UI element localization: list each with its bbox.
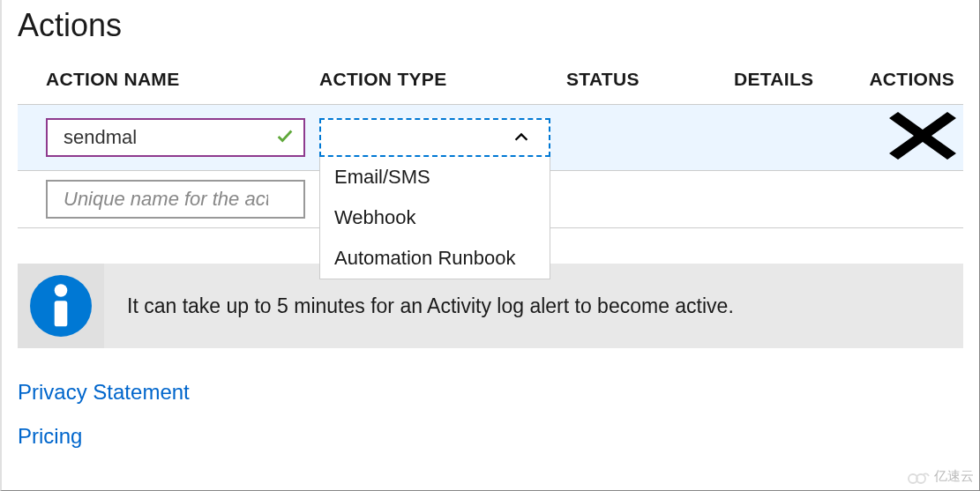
column-header-status: STATUS (566, 69, 734, 90)
action-type-dropdown: Email/SMS Webhook Automation Runbook (319, 157, 550, 279)
page-title: Actions (18, 7, 963, 44)
action-type-wrap: Email/SMS Webhook Automation Runbook (319, 118, 550, 157)
info-icon (30, 275, 92, 337)
pricing-link[interactable]: Pricing (18, 424, 963, 449)
dropdown-option-webhook[interactable]: Webhook (320, 197, 550, 238)
svg-point-1 (55, 284, 68, 297)
table-row: Email/SMS Webhook Automation Runbook (18, 105, 963, 171)
new-action-name-input[interactable] (46, 180, 305, 219)
table-header: ACTION NAME ACTION TYPE STATUS DETAILS A… (18, 69, 963, 105)
column-header-actions: ACTIONS (866, 69, 963, 90)
action-name-wrap (46, 118, 305, 157)
dropdown-option-automation-runbook[interactable]: Automation Runbook (320, 238, 550, 279)
column-header-name: ACTION NAME (46, 69, 319, 90)
info-icon-box (18, 264, 104, 348)
privacy-statement-link[interactable]: Privacy Statement (18, 380, 963, 405)
column-header-details: DETAILS (734, 69, 866, 90)
watermark: 亿速云 (906, 468, 974, 485)
info-message: It can take up to 5 minutes for an Activ… (104, 294, 734, 318)
action-name-input[interactable] (46, 118, 305, 157)
svg-rect-2 (55, 301, 68, 326)
checkmark-icon (275, 126, 295, 149)
new-action-name-wrap (46, 180, 305, 219)
delete-icon[interactable] (889, 112, 956, 163)
watermark-text: 亿速云 (934, 468, 974, 485)
chevron-up-icon (512, 128, 531, 147)
column-header-type: ACTION TYPE (319, 69, 566, 90)
dropdown-option-email-sms[interactable]: Email/SMS (320, 157, 550, 197)
action-type-select[interactable] (319, 118, 550, 157)
